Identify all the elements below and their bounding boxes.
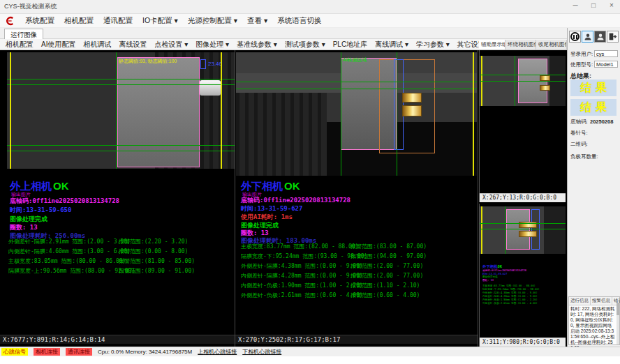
menu-item-system-config[interactable]: 系统配置 [25, 16, 54, 26]
pause-button[interactable] [569, 31, 581, 43]
user-settings-button[interactable] [594, 31, 606, 43]
mid-camera-status: OK [284, 180, 300, 192]
info-log-box: 运行信息 报警信息 错误信息 耗时: 222, 网络检测耗时: 17, 网络分类… [568, 296, 620, 345]
measurement-value: 外侧差针-隔膜:2.91mm 范围:(2.00 - 3.50) [8, 238, 131, 245]
toolbar-offline-debug[interactable]: 离线调试 ▾ [375, 40, 408, 50]
model-value[interactable]: Model1 [594, 61, 618, 68]
info-tab-run[interactable]: 运行信息 [569, 297, 591, 305]
info-scrollbar[interactable] [617, 303, 619, 344]
roi-box-blue [531, 209, 540, 250]
tab-foil-highlight [402, 105, 422, 116]
info-tab-alarm[interactable]: 报警信息 [591, 297, 612, 305]
toolbar-image-processing[interactable]: 图像处理 ▾ [195, 40, 229, 50]
upper-camera-heartbeat-link[interactable]: 上相机心跳链接 [198, 348, 237, 356]
tab-run-image[interactable]: 运行图像 [4, 29, 43, 39]
left-camera-status: OK [53, 180, 69, 192]
aux-tab-surround-camera[interactable]: 环绕相机图像 [505, 40, 536, 50]
guide-line-vertical [505, 206, 505, 254]
exit-button[interactable] [607, 31, 619, 43]
model-label: 使用型号: [570, 61, 593, 68]
mid-camera-name-label: 外下相机 [241, 180, 283, 192]
tab-foil-highlight [402, 93, 422, 103]
user-gear-icon [596, 33, 605, 41]
mini-measurement: 外侧差针-负极:2.61mm 范围:(0.60 - 4.00) [482, 301, 566, 305]
heartbeat-status-badge: 心跳信号 [1, 348, 28, 356]
exit-door-icon [608, 32, 617, 41]
aux-lower-coords-bar: X:311;Y:980;R:0;G:0;B:0 [480, 338, 566, 347]
aux-tab-display-group[interactable]: 辅助显示组 [479, 40, 505, 50]
menu-item-comm-config[interactable]: 通讯配置 [103, 16, 133, 26]
menu-item-view[interactable]: 查看 ▾ [247, 16, 267, 26]
measurement-alarm: 报警范围:(94.00 - 97.00) [350, 252, 427, 260]
toolbar-camera-debug[interactable]: 相机调试 [83, 40, 111, 50]
menu-item-language-switch[interactable]: 系统语言切换 [277, 16, 321, 26]
aux-tab-final-camera[interactable]: 收尾相机图像 [536, 40, 567, 50]
login-user-label: 登录用户: [570, 51, 593, 58]
camera-connection-badge: 相机连接 [34, 348, 60, 356]
aux-upper-image [480, 56, 566, 106]
edge-marker-line [221, 52, 222, 169]
measurement-alarm: 报警范围:(2.20 - 3.20) [119, 238, 188, 245]
measurement-value: 内侧差针-负极:1.90mm 范围:(1.00 - 2.20) [241, 282, 363, 289]
result-box-2: 结果 [570, 99, 617, 116]
guide-line-vertical [341, 52, 341, 176]
cell-region-outline [506, 209, 530, 250]
guide-line [480, 75, 566, 75]
guide-line [236, 89, 477, 89]
tab-strip: 运行图像 [0, 28, 567, 39]
qr-label: 二维码: [570, 141, 588, 148]
info-log-text: 耗时: 222, 网络检测耗时: 17, 网络分类耗时: 0, 网络提取分区耗时… [569, 305, 619, 351]
menubar: 系统配置 相机配置 通讯配置 IO卡配置 ▾ 光源控制配置 ▾ 查看 ▾ 系统语… [0, 14, 620, 28]
menu-item-io-config[interactable]: IO卡配置 ▾ [142, 16, 178, 26]
aux-tab-strip: 辅助显示组 环绕相机图像 收尾相机图像 [479, 40, 567, 50]
guide-line [480, 81, 566, 82]
measurement-value: 隔膜宽度-下:95.24mm 范围:(93.00 - 98.00) [241, 252, 367, 260]
brand-logo-icon [4, 16, 15, 26]
toolbar-ai-usage-config[interactable]: AI使用配置 [41, 40, 75, 50]
toolbar-offline-settings[interactable]: 离线设置 [119, 40, 147, 50]
comm-connection-badge: 通讯连接 [66, 348, 92, 356]
measurement-alarm: 报警范围:(89.00 - 91.00) [119, 267, 195, 275]
app-window: CYS-视觉检测系统 ─ □ × 系统配置 相机配置 通讯配置 IO卡配置 ▾ … [0, 0, 620, 364]
measurement-value: 主极宽度:83.05mm 范围:(80.00 - 86.00) [8, 257, 126, 265]
left-camera-viewport[interactable]: 静态阈值:93, 动态阈值:100 23.46 [7, 52, 235, 169]
result-box-1: 结果 [570, 79, 617, 96]
toolbar-test-params[interactable]: 测试项参数 ▾ [285, 40, 325, 50]
toolbar-spotcheck-settings[interactable]: 点检设置 ▾ [154, 40, 188, 50]
minimize-button[interactable]: ─ [570, 1, 581, 9]
panel-divider [235, 50, 235, 347]
measurement-value: 内侧差针-隔膜:4.28mm 范围:(0.00 - 9.00) [241, 272, 363, 280]
menu-item-camera-config[interactable]: 相机配置 [64, 16, 94, 26]
tab-count-label: 负极耳数量: [570, 153, 598, 160]
sidebar-button-row [569, 31, 619, 43]
measurement-alarm: 报警范围:(1.10 - 2.10) [350, 282, 420, 289]
mid-camera-viewport[interactable]: AI检测区域 [236, 52, 477, 176]
aux-thumbnail-lower[interactable]: 外下相机OK 底轴码:0ff1ine2025020813134728 时间:13… [479, 204, 566, 347]
guide-line [480, 223, 566, 224]
guide-line-vertical [397, 52, 397, 176]
left-camera-serial: 底轴码:0ff1ine2025020813134728 [10, 197, 119, 206]
maximize-button[interactable]: □ [588, 1, 599, 9]
toolbar-baseline-params[interactable]: 基准线参数 ▾ [237, 40, 277, 50]
measure-marker-box [200, 59, 206, 69]
guide-line [7, 145, 235, 146]
toolbar-plc-address-lib[interactable]: PLC地址库 [333, 40, 367, 50]
roller-shape [200, 80, 221, 96]
left-camera-time: 时间:13-31-59-650 [10, 206, 71, 215]
roi-box-blue [394, 59, 404, 150]
toolbar-camera-config[interactable]: 相机配置 [6, 40, 34, 50]
login-user-value[interactable]: cys [594, 50, 618, 57]
measurement-value: 外侧差针-负极:2.61mm 范围:(0.60 - 4.00) [241, 291, 363, 299]
guide-line [7, 79, 235, 79]
aux-thumbnail-upper[interactable]: X:267;Y:13;R:0;G:0;B:0 [479, 50, 566, 202]
window-controls: ─ □ × [570, 1, 617, 9]
lower-camera-heartbeat-link[interactable]: 下相机心跳链接 [242, 348, 281, 356]
measurement-alarm: 报警范围:(0.00 - 8.00) [119, 248, 188, 255]
aux-lower-image [480, 206, 566, 254]
toolbar-learning-params[interactable]: 学习参数 ▾ [416, 40, 450, 50]
close-button[interactable]: × [606, 1, 617, 9]
guide-line [7, 151, 235, 151]
menu-item-light-config[interactable]: 光源控制配置 ▾ [188, 16, 237, 26]
user-login-button[interactable] [582, 31, 593, 43]
edge-marker-line [481, 206, 482, 254]
